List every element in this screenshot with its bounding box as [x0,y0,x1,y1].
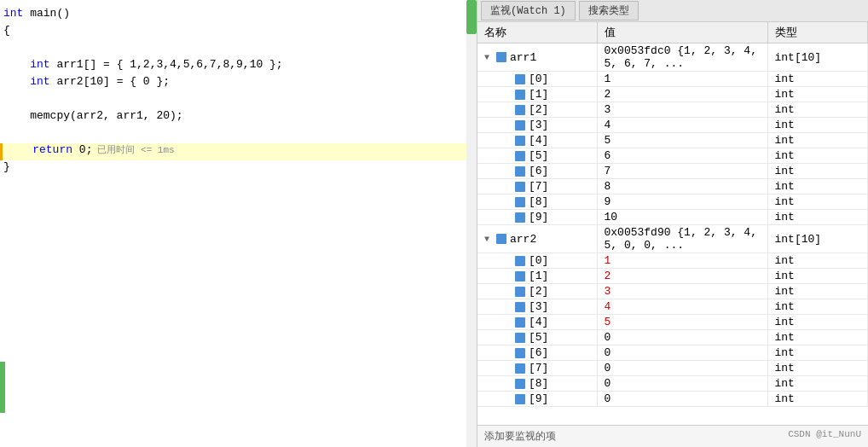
element-type: int [775,134,795,147]
index-label: [5] [529,331,548,344]
element-type: int [775,362,795,374]
element-icon [515,182,525,192]
index-label: [2] [529,103,548,116]
watch-bottom-bar: 添加要监视的项 CSDN @it_NunU [477,425,868,447]
scrollbar-thumb[interactable] [466,0,477,34]
code-line [0,126,477,143]
collapse-icon[interactable]: ▼ [484,53,493,62]
table-row: [2] 3 int [477,284,868,299]
element-icon [515,120,525,131]
table-row: [5] 6 int [477,148,868,164]
table-row: [9] 10 int [477,210,868,225]
element-type: int [775,165,795,177]
element-value: 0 [605,331,611,344]
index-label: [3] [529,119,548,131]
element-value: 5 [605,316,611,328]
watch-header: 监视(Watch 1) 搜索类型 [477,0,868,22]
index-label: [2] [529,285,548,298]
element-type: int [775,285,795,298]
add-watch-label[interactable]: 添加要监视的项 [484,429,556,444]
arr1-value: 0x0053fdc0 {1, 2, 3, 4, 5, 6, 7, ... [605,44,757,70]
element-icon [515,302,525,312]
element-value: 1 [605,254,611,267]
code-line: { [0,24,477,41]
element-type: int [775,392,795,405]
element-icon [515,287,525,297]
search-type-tab[interactable]: 搜索类型 [579,1,639,20]
element-type: int [775,211,795,224]
index-label: [1] [529,88,548,101]
element-type: int [775,149,795,162]
element-type: int [775,346,795,359]
col-value: 值 [597,22,767,44]
element-type: int [775,73,795,85]
element-value: 8 [605,180,611,193]
code-line: int main() [0,7,477,24]
element-type: int [775,270,795,282]
table-row: [7] 8 int [477,179,868,194]
arr1-row[interactable]: ▼ arr1 0x0053fdc0 {1, 2, 3, 4, 5, 6, 7, … [477,44,868,72]
element-type: int [775,331,795,344]
element-type: int [775,254,795,267]
code-line [0,41,477,58]
index-label: [6] [529,346,548,359]
code-line: } [0,160,477,177]
element-icon [515,151,525,161]
element-value: 7 [605,165,611,177]
index-label: [9] [529,211,548,224]
element-value: 4 [605,119,611,131]
table-row: [8] 9 int [477,194,868,210]
arr2-row[interactable]: ▼ arr2 0x0053fd90 {1, 2, 3, 4, 5, 0, 0, … [477,225,868,253]
arr1-type: int[10] [775,51,822,64]
index-label: [8] [529,377,548,390]
element-icon [515,74,525,84]
code-line: int arr1[] = { 1,2,3,4,5,6,7,8,9,10 }; [0,58,477,75]
progress-indicator [0,362,5,413]
element-value: 9 [605,195,611,208]
index-label: [8] [529,195,548,208]
element-value: 0 [605,392,611,405]
element-value: 10 [605,211,618,224]
collapse-icon[interactable]: ▼ [484,235,493,244]
table-row: [3] 4 int [477,299,868,315]
watch-tab[interactable]: 监视(Watch 1) [481,1,576,20]
index-label: [1] [529,270,548,282]
table-row: [7] 0 int [477,361,868,376]
element-type: int [775,195,795,208]
arr1-name: arr1 [510,51,536,64]
code-line [0,92,477,109]
element-value: 2 [605,88,611,101]
table-header-row: 名称 值 类型 [477,22,868,44]
table-row: [1] 2 int [477,269,868,284]
index-label: [7] [529,362,548,374]
table-row: [2] 3 int [477,102,868,118]
element-value: 0 [605,377,611,390]
array-icon [496,234,506,244]
watch-table[interactable]: 名称 值 类型 ▼ arr1 0x0053fdc0 {1, 2, 3, 4, [477,22,868,425]
table-row: [9] 0 int [477,392,868,407]
code-line: int arr2[10] = { 0 }; [0,75,477,92]
element-value: 3 [605,103,611,116]
element-type: int [775,103,795,116]
element-icon [515,379,525,389]
table-row: [3] 4 int [477,118,868,133]
element-icon [515,394,525,404]
index-label: [7] [529,180,548,193]
vertical-scrollbar[interactable] [466,0,477,447]
return-line: return 0; 已用时间 <= 1ms [0,143,477,160]
element-type: int [775,180,795,193]
timing-info: 已用时间 <= 1ms [97,143,174,156]
element-icon [515,212,525,223]
arr2-type: int[10] [775,233,822,246]
table-row: [4] 5 int [477,315,868,330]
table-row: [1] 2 int [477,87,868,102]
index-label: [6] [529,165,548,177]
watch-pane: 监视(Watch 1) 搜索类型 名称 值 类型 ▼ arr [477,0,868,447]
element-icon [515,333,525,343]
element-icon [515,166,525,177]
code-area[interactable]: int main() { int arr1[] = { 1,2,3,4,5,6,… [0,0,477,447]
element-type: int [775,88,795,101]
element-icon [515,256,525,266]
element-icon [515,348,525,358]
arr2-name: arr2 [510,233,536,246]
